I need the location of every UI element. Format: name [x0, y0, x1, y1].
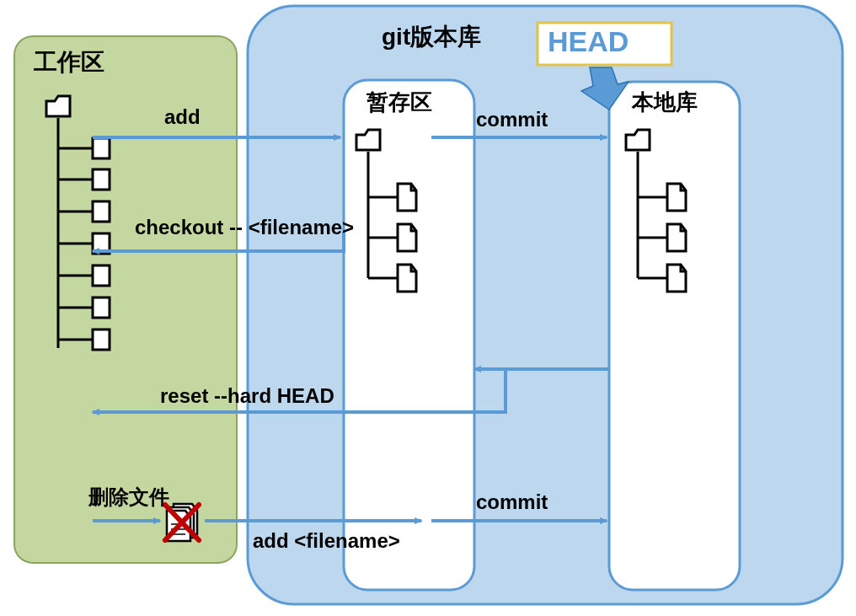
- svg-rect-14: [93, 297, 110, 318]
- stage-area-box: [344, 80, 474, 590]
- add-arrow-label: add: [164, 105, 201, 129]
- delete-file-label: 删除文件: [88, 484, 169, 511]
- svg-rect-16: [93, 329, 110, 350]
- svg-rect-4: [93, 138, 110, 158]
- local-repo-box: [609, 82, 740, 590]
- commit-bottom-label: commit: [476, 490, 548, 514]
- add-filename-label: add <filename>: [253, 529, 400, 553]
- reset-label: reset --hard HEAD: [160, 384, 334, 408]
- commit-top-label: commit: [476, 108, 548, 131]
- working-area-label: 工作区: [34, 46, 104, 78]
- git-repo-label: git版本库: [382, 21, 481, 53]
- git-repo-box: [248, 6, 843, 604]
- deleted-file-icon: [165, 504, 199, 541]
- head-label: HEAD: [548, 25, 629, 58]
- svg-rect-6: [93, 169, 110, 190]
- local-repo-label: 本地库: [632, 88, 698, 117]
- svg-rect-8: [93, 201, 110, 222]
- checkout-label: checkout -- <filename>: [135, 216, 354, 239]
- svg-rect-12: [93, 265, 110, 286]
- stage-area-label: 暂存区: [366, 88, 432, 117]
